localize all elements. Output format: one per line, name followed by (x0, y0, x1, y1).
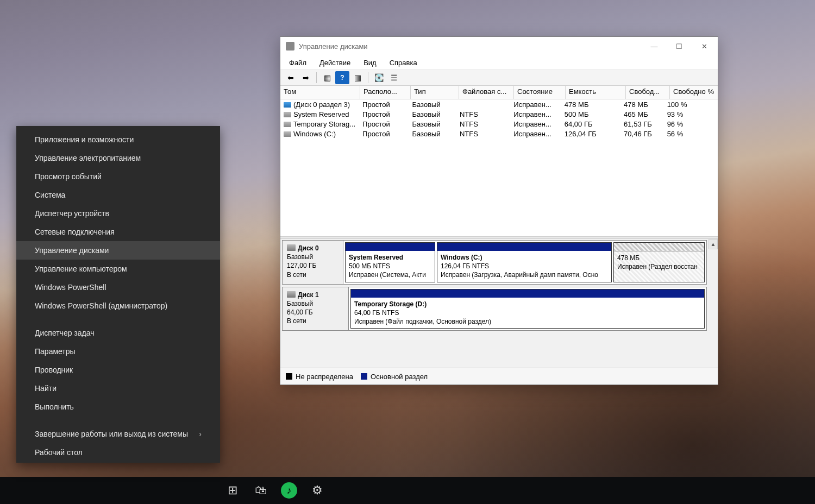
volume-cell: Исправен... (510, 120, 561, 128)
winx-item[interactable]: Параметры (16, 342, 220, 361)
winx-item[interactable]: Система (16, 186, 220, 204)
winx-item-label: Диспетчер задач (35, 329, 95, 337)
partition-color-bar (614, 243, 704, 251)
minimize-button[interactable]: — (642, 38, 667, 54)
help-icon[interactable]: ? (335, 71, 349, 84)
app-icon (286, 42, 294, 51)
volume-list[interactable]: (Диск 0 раздел 3)ПростойБазовыйИсправен.… (280, 99, 718, 236)
winx-item[interactable]: Проводник (16, 361, 220, 379)
scroll-up-button[interactable]: ▲ (709, 239, 718, 249)
winx-item[interactable]: Диспетчер задач (16, 324, 220, 342)
back-button[interactable]: ⬅ (284, 71, 298, 84)
winx-item-label: Завершение работы или выход из системы (35, 430, 188, 438)
store-icon-glyph: 🛍 (248, 480, 273, 501)
winx-item[interactable]: Завершение работы или выход из системы› (16, 425, 220, 443)
winx-item[interactable]: Рабочий стол (16, 443, 220, 462)
volume-icon (284, 131, 291, 137)
menu-item[interactable]: Файл (283, 56, 313, 69)
menubar: ФайлДействиеВидСправка (280, 55, 718, 70)
forward-button[interactable]: ➡ (299, 71, 313, 84)
disk-info[interactable]: Диск 1Базовый64,00 ГБВ сети (283, 287, 349, 331)
winx-item-label: Найти (35, 384, 57, 393)
volume-cell: NTFS (456, 110, 510, 118)
volume-cell: System Reserved (280, 110, 359, 118)
winx-item-label: Windows PowerShell (35, 283, 106, 292)
disk-info[interactable]: Диск 0Базовый127,00 ГБВ сети (283, 241, 343, 284)
column-header[interactable]: Емкость (566, 86, 626, 99)
winx-item[interactable]: Найти (16, 379, 220, 398)
column-header[interactable]: Том (280, 86, 360, 99)
start-button-glyph: ⊞ (220, 480, 245, 501)
winx-item[interactable]: Приложения и возможности (16, 130, 220, 149)
settings-icon-glyph: ⚙ (305, 480, 330, 501)
volume-cell: 61,53 ГБ (620, 120, 664, 128)
volume-cell: 478 МБ (620, 100, 664, 109)
settings-icon[interactable]: ⚙ (305, 480, 330, 501)
winx-item[interactable]: Выполнить (16, 398, 220, 416)
column-header[interactable]: Располо... (360, 86, 411, 99)
winx-item[interactable]: Сетевые подключения (16, 223, 220, 241)
column-header[interactable]: Состояние (514, 86, 566, 99)
partition[interactable]: Windows (C:)126,04 ГБ NTFSИсправен (Загр… (437, 242, 612, 282)
winx-item-label: Параметры (35, 347, 76, 356)
column-header[interactable]: Свобод... (626, 86, 670, 99)
column-header[interactable]: Свободно % (670, 86, 718, 99)
winx-item[interactable]: Windows PowerShell (администратор) (16, 297, 220, 315)
partition-body: 478 МБИсправен (Раздел восстан (614, 251, 704, 273)
partition-color-bar (351, 289, 704, 298)
winx-item[interactable]: Управление дисками (16, 241, 220, 260)
hdd-icon (287, 291, 296, 298)
winx-item[interactable]: Диспетчер устройств (16, 204, 220, 223)
volume-row[interactable]: Temporary Storag...ПростойБазовыйNTFSИсп… (280, 119, 718, 129)
volume-row[interactable]: System ReservedПростойБазовыйNTFSИсправе… (280, 109, 718, 119)
list-icon[interactable]: ☰ (387, 71, 401, 84)
toolbar-table-icon[interactable]: ▦ (320, 71, 334, 84)
column-header[interactable]: Файловая с... (459, 86, 514, 99)
window-title: Управление дисками (299, 42, 368, 51)
start-button[interactable]: ⊞ (220, 480, 245, 501)
volume-cell: Windows (C:) (280, 130, 359, 138)
store-icon[interactable]: 🛍 (248, 480, 273, 501)
maximize-button[interactable]: ☐ (667, 38, 692, 54)
winx-item-label: Диспетчер устройств (35, 209, 109, 218)
volume-cell: 93 % (664, 110, 718, 118)
winx-item[interactable]: Windows PowerShell (16, 278, 220, 297)
close-button[interactable]: ✕ (692, 38, 717, 54)
winx-item[interactable]: Управление компьютером (16, 260, 220, 278)
winx-item-label: Управление электропитанием (35, 154, 141, 162)
volume-cell: NTFS (456, 130, 510, 138)
disk-icon[interactable]: 💽 (372, 71, 386, 84)
partition[interactable]: System Reserved500 МБ NTFSИсправен (Сист… (345, 242, 435, 282)
graphical-scrollbar[interactable]: ▲ (709, 239, 718, 368)
menu-item[interactable]: Вид (357, 56, 383, 69)
volume-cell: 64,00 ГБ (561, 120, 620, 128)
partition[interactable]: Temporary Storage (D:)64,00 ГБ NTFSИспра… (350, 289, 705, 329)
volume-row[interactable]: (Диск 0 раздел 3)ПростойБазовыйИсправен.… (280, 99, 718, 109)
menu-item[interactable]: Справка (383, 56, 424, 69)
winx-item-label: Windows PowerShell (администратор) (35, 301, 167, 310)
volume-cell: NTFS (456, 120, 510, 128)
legend-primary: Основной раздел (361, 373, 428, 381)
chevron-right-icon: › (199, 430, 202, 438)
partition[interactable]: 478 МБИсправен (Раздел восстан (613, 242, 705, 282)
winx-item[interactable]: Управление электропитанием (16, 149, 220, 167)
toolbar-divider (316, 72, 317, 83)
partition-color-bar (346, 243, 435, 251)
volume-cell: 500 МБ (561, 110, 620, 118)
volume-cell: (Диск 0 раздел 3) (280, 100, 359, 109)
refresh-icon[interactable]: ▥ (350, 71, 365, 84)
volume-icon (284, 102, 291, 108)
volume-list-header: ТомРасполо...ТипФайловая с...СостояниеЕм… (280, 86, 718, 99)
disk-graphical-view: Диск 0Базовый127,00 ГБВ сетиSystem Reser… (280, 239, 718, 368)
volume-row[interactable]: Windows (C:)ПростойБазовыйNTFSИсправен..… (280, 129, 718, 138)
spotify-icon[interactable]: ♪ (277, 482, 302, 499)
disk-management-window: Управление дисками — ☐ ✕ ФайлДействиеВид… (280, 36, 718, 385)
volume-icon (284, 112, 291, 117)
menu-item[interactable]: Действие (313, 56, 357, 69)
titlebar[interactable]: Управление дисками — ☐ ✕ (280, 37, 718, 55)
column-header[interactable]: Тип (411, 86, 459, 99)
volume-cell: Простой (359, 130, 409, 138)
winx-item[interactable]: Просмотр событий (16, 167, 220, 186)
volume-cell: Базовый (409, 100, 456, 109)
toolbar-divider (368, 72, 368, 83)
